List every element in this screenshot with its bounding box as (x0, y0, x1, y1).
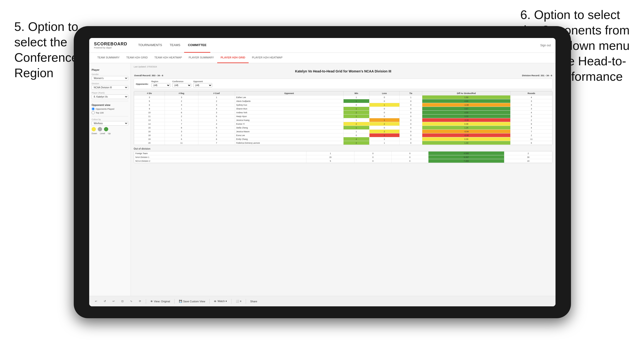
td-diff: -1.00 (422, 103, 510, 107)
td-diff: 0.30 (422, 137, 510, 141)
sidebar-gender-select[interactable]: Women's (92, 76, 128, 80)
table-row: 16 3 1 Jessica Mason 1 2 0 -0.94 7 (134, 130, 552, 134)
td-reg: 11 (165, 141, 198, 145)
th-reg: # Reg (165, 91, 198, 95)
td-win: 1 (343, 130, 369, 134)
toolbar-refresh[interactable]: ⟳ (137, 299, 143, 304)
td-div: 10 (134, 111, 165, 115)
toolbar-redo1[interactable]: ↺ (102, 299, 108, 304)
toolbar-grid[interactable]: ⊡ (120, 299, 125, 304)
td-loss: 0 (369, 99, 400, 103)
td-rounds: 4 (510, 95, 552, 99)
nav-item-tournaments[interactable]: TOURNAMENTS (134, 38, 166, 53)
overall-record-value: 353 - 34 - 6 (152, 74, 163, 77)
ood-td-loss: 0 (354, 155, 391, 159)
out-of-division-table: Foreign Team 1 0 0 4.500 2 NAIA Division… (134, 151, 552, 163)
dot-up (104, 127, 108, 131)
toolbar-share[interactable]: Share (249, 299, 258, 304)
td-win: 1 (343, 118, 369, 122)
td-diff: 3.67 (422, 107, 510, 111)
td-win: 2 (343, 111, 369, 115)
ood-td-win: 5 (306, 159, 354, 163)
watch-label: Watch ▾ (218, 300, 227, 303)
td-rounds: 3 (510, 115, 552, 118)
sub-nav-team-h2h-grid[interactable]: TEAM H2H GRID (123, 53, 151, 63)
td-loss: 0 (369, 111, 400, 115)
th-tie: Tie (400, 91, 422, 95)
td-win: 1 (343, 107, 369, 111)
sidebar-division-label: Division (92, 82, 128, 85)
ood-td-win: 1 (306, 152, 354, 155)
td-diff: 4.00 (422, 111, 510, 115)
td-opponent: Emily Chang (235, 137, 343, 141)
filter-conference-select[interactable]: (All) (172, 83, 191, 87)
td-loss: 2 (369, 134, 400, 137)
sub-nav-team-summary[interactable]: TEAM SUMMARY (94, 53, 123, 63)
report-title: Katelyn Vo Head-to-Head Grid for Women's… (134, 69, 553, 73)
td-diff: 3.33 (422, 115, 510, 118)
td-opponent: Sharon Mun (235, 107, 343, 111)
td-div: 13 (134, 118, 165, 122)
td-reg: 8 (165, 126, 198, 130)
sidebar-player-rank-select[interactable]: 8. Katelyn Vo (92, 95, 128, 99)
toolbar-save-custom[interactable]: 💾 Save Custom View (178, 299, 207, 304)
td-tie: 0 (400, 134, 422, 137)
td-loss: 1 (369, 137, 400, 141)
toolbar-watch[interactable]: 👁 Watch ▾ (212, 299, 228, 304)
td-tie: 0 (400, 99, 422, 103)
td-opponent: Jessica Mason (235, 130, 343, 134)
sub-nav-team-h2h-heatmap[interactable]: TEAM H2H HEATMAP (151, 53, 185, 63)
td-win: 1 (343, 99, 369, 103)
td-conf: 1 (198, 95, 235, 99)
toolbar-view-original[interactable]: 👁 View: Original (149, 299, 172, 304)
sub-nav-player-summary[interactable]: PLAYER SUMMARY (185, 53, 217, 63)
save-icon: 💾 (179, 300, 182, 303)
filter-row: Opponents: Region (All) Conference (All) (136, 80, 550, 87)
nav-item-committee[interactable]: COMMITTEE (184, 38, 210, 53)
td-div: 19 (134, 137, 165, 141)
filter-opponent-select[interactable]: (All) (193, 83, 212, 87)
toolbar-wave[interactable]: ∿ (128, 299, 134, 304)
td-conf: 5 (198, 126, 235, 130)
radio-top100[interactable]: Top 100 (92, 111, 128, 114)
td-conf: 2 (198, 99, 235, 103)
th-div: # Div (134, 91, 165, 95)
td-div: 11 (134, 115, 165, 118)
td-div: 3 (134, 95, 165, 99)
sign-out[interactable]: Sign out (540, 44, 551, 47)
ood-table-body: Foreign Team 1 0 0 4.500 2 NAIA Division… (134, 152, 552, 163)
toolbar-layout[interactable]: ⬜ ≡ (234, 299, 243, 304)
nav-items: TOURNAMENTS TEAMS COMMITTEE (134, 38, 540, 53)
td-rounds: 6 (510, 141, 552, 145)
td-rounds: 4 (510, 111, 552, 115)
ood-td-diff: 4.500 (428, 152, 504, 155)
sidebar-colour-by-select[interactable]: Win/loss (92, 121, 128, 126)
td-reg: 6 (165, 137, 198, 141)
toolbar-redo2[interactable]: ↩ (110, 299, 116, 304)
sub-nav-player-h2h-grid[interactable]: PLAYER H2H GRID (217, 53, 248, 63)
ood-td-diff: 7.400 (428, 159, 504, 163)
td-div: 20 (134, 141, 165, 145)
td-tie: 0 (400, 141, 422, 145)
th-rounds: Rounds (510, 91, 552, 95)
sub-nav-player-h2h-heatmap[interactable]: PLAYER H2H HEATMAP (248, 53, 286, 63)
td-diff: 0.38 (422, 122, 510, 126)
td-tie: 0 (400, 107, 422, 111)
filter-group-opponent: Opponent (All) (193, 80, 212, 87)
sidebar-division-select[interactable]: NCAA Division III (92, 85, 128, 90)
sidebar-colour-by-label: Colour by (92, 118, 128, 121)
td-rounds: 3 (510, 107, 552, 111)
td-loss: 0 (369, 95, 400, 99)
filter-region-select[interactable]: (All) (151, 83, 170, 87)
nav-item-teams[interactable]: TEAMS (166, 38, 184, 53)
td-conf: 6 (198, 137, 235, 141)
toolbar-sep5 (246, 299, 246, 304)
td-loss: 1 (369, 141, 400, 145)
colour-dots (92, 127, 128, 131)
th-loss: Loss (369, 91, 400, 95)
toolbar-undo[interactable]: ↩ (93, 299, 99, 304)
ood-td-rounds: 2 (504, 152, 552, 155)
filter-opponent-label: Opponent (193, 80, 212, 83)
radio-opponents-played[interactable]: Opponents Played (92, 107, 128, 110)
td-opponent: Esther Lee (235, 95, 343, 99)
